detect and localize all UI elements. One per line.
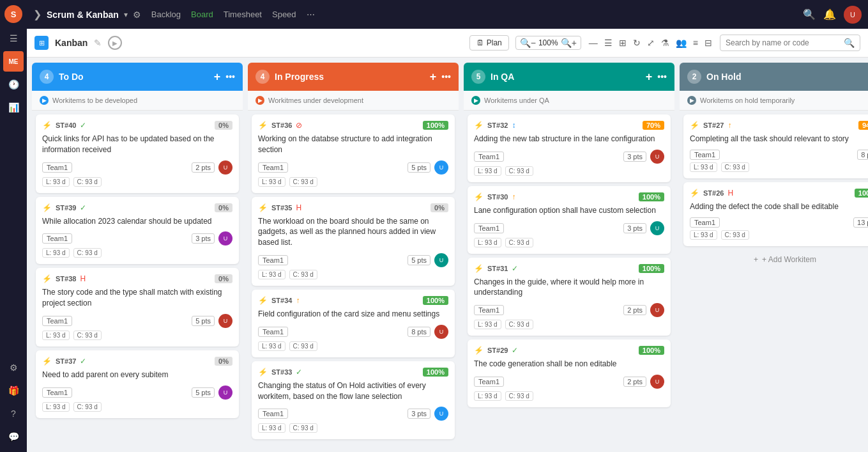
card-id: ST#38 [56, 275, 76, 283]
table-row[interactable]: ⚡ ST#27 ↑ 94% Completing all the task sh… [683, 114, 868, 178]
table-row[interactable]: ⚡ ST#37 ✓ 0% Need to add parent on every… [36, 350, 239, 418]
table-row[interactable]: ⚡ ST#33 ✓ 100% Changing the status of On… [252, 361, 455, 440]
card-team[interactable]: Team1 [474, 223, 504, 233]
tb-group-icon[interactable]: 👥 [674, 36, 688, 49]
left-sidebar: S ☰ ME 🕐 📊 ⚙ 🎁 ? 💬 [0, 0, 27, 452]
play-btn[interactable]: ▶ [108, 36, 122, 50]
user-avatar[interactable]: U [844, 6, 862, 24]
zoom-in-btn[interactable]: 🔍+ [561, 38, 577, 48]
card-team[interactable]: Team1 [258, 409, 288, 419]
card-team[interactable]: Team1 [474, 152, 504, 162]
search-icon[interactable]: 🔍 [803, 8, 816, 20]
tb-grid-icon[interactable]: ⊞ [618, 36, 628, 49]
card-team[interactable]: Team1 [42, 316, 72, 326]
search-input[interactable] [726, 38, 840, 47]
inprogress-actions: + ••• [430, 70, 451, 84]
card-footer: Team1 2 pts U [474, 375, 664, 389]
card-avatar: U [434, 253, 448, 267]
todo-more-btn[interactable]: ••• [225, 72, 235, 82]
inqa-more-btn[interactable]: ••• [657, 72, 667, 82]
table-row[interactable]: ⚡ ST#35 H 0% The workload on the board s… [252, 197, 455, 286]
card-header: ⚡ ST#32 ↕ 70% [474, 121, 664, 130]
tb-minus-icon[interactable]: — [588, 36, 599, 49]
card-pts: 5 pts [192, 387, 215, 398]
card-date-l: L: 93 d [258, 423, 286, 433]
tb-expand-icon[interactable]: ⤢ [646, 36, 656, 49]
tb-list-icon[interactable]: ☰ [603, 36, 614, 49]
card-team[interactable]: Team1 [690, 150, 720, 160]
plan-icon: 🗓 [476, 38, 484, 47]
nav-board[interactable]: Board [191, 10, 213, 19]
add-workitem-btn[interactable]: + + Add Workitem [683, 250, 868, 269]
nav-more-btn[interactable]: ⋯ [307, 10, 315, 19]
card-pct: 0% [215, 274, 232, 283]
search-btn-icon[interactable]: 🔍 [844, 38, 855, 48]
card-footer: Team1 2 pts U [474, 303, 664, 317]
search-box[interactable]: 🔍 [720, 35, 860, 51]
nav-backlog[interactable]: Backlog [151, 10, 181, 19]
card-title: Adding the defect the code shall be edit… [690, 201, 868, 212]
card-date-l: L: 93 d [690, 230, 717, 240]
card-team[interactable]: Team1 [42, 233, 72, 244]
card-date-c: C: 93 d [505, 391, 533, 401]
inprogress-add-btn[interactable]: + [430, 70, 437, 84]
sidebar-settings[interactable]: ⚙ [3, 357, 24, 378]
card-title: The code generation shall be non editabl… [474, 359, 664, 370]
table-row[interactable]: ⚡ ST#38 H 0% The story code and the type… [36, 268, 239, 347]
table-row[interactable]: ⚡ ST#29 ✓ 100% The code generation shall… [468, 339, 671, 407]
inqa-add-btn[interactable]: + [646, 70, 653, 84]
table-row[interactable]: ⚡ ST#40 ✓ 0% Quick links for API has to … [36, 114, 239, 193]
card-team[interactable]: Team1 [258, 255, 288, 265]
table-row[interactable]: ⚡ ST#30 ↑ 100% Lane configuration option… [468, 186, 671, 254]
nav-dropdown-arrow[interactable]: ▾ [124, 10, 128, 19]
card-team[interactable]: Team1 [690, 217, 720, 228]
sidebar-menu-btn[interactable]: ☰ [3, 28, 24, 49]
card-footer: Team1 3 pts U [258, 407, 448, 421]
card-flag-icon: ✓ [512, 346, 518, 355]
nav-expand-btn[interactable]: ❯ [33, 8, 42, 20]
sidebar-chat[interactable]: 💬 [3, 426, 24, 447]
kanban-view-icon[interactable]: ⊞ [34, 36, 49, 50]
table-row[interactable]: ⚡ ST#36 ⊘ 100% Working on the databse st… [252, 114, 455, 193]
card-flag-icon: ✓ [80, 203, 86, 212]
nav-speed[interactable]: Speed [272, 10, 296, 19]
tb-lines-icon[interactable]: ≡ [692, 36, 699, 49]
inprogress-more-btn[interactable]: ••• [441, 72, 451, 82]
table-row[interactable]: ⚡ ST#34 ↑ 100% Field configuration of th… [252, 290, 455, 357]
sidebar-clock[interactable]: 🕐 [3, 74, 24, 95]
card-date-l: L: 93 d [258, 270, 286, 279]
card-team[interactable]: Team1 [258, 162, 288, 173]
table-row[interactable]: ⚡ ST#32 ↕ 70% Adding the new tab structu… [468, 114, 671, 182]
bell-icon[interactable]: 🔔 [823, 8, 836, 20]
tb-columns-icon[interactable]: ⊟ [703, 36, 713, 49]
todo-add-btn[interactable]: + [214, 70, 221, 84]
card-team[interactable]: Team1 [474, 305, 504, 315]
card-pts: 8 pts [407, 327, 430, 337]
nav-gear-icon[interactable]: ⚙ [133, 10, 141, 20]
table-row[interactable]: ⚡ ST#26 H 100% Adding the defect the cod… [683, 182, 868, 246]
tb-filter-icon[interactable]: ⚗ [660, 36, 671, 49]
card-date-l: L: 93 d [42, 331, 70, 340]
card-type-icon: ⚡ [690, 121, 699, 130]
inprogress-desc-icon: ▶ [255, 96, 264, 105]
col-header-todo: 4 To Do + ••• [32, 63, 243, 91]
zoom-out-btn[interactable]: 🔍− [520, 38, 536, 48]
plan-button[interactable]: 🗓 Plan [469, 35, 509, 51]
card-header: ⚡ ST#30 ↑ 100% [474, 192, 664, 201]
tb-refresh-icon[interactable]: ↻ [632, 36, 642, 49]
card-flag-icon: ↕ [512, 121, 515, 130]
sidebar-chart[interactable]: 📊 [3, 97, 24, 118]
card-team[interactable]: Team1 [474, 377, 504, 387]
card-team[interactable]: Team1 [258, 327, 288, 337]
edit-title-icon[interactable]: ✎ [94, 38, 102, 48]
sidebar-me[interactable]: ME [3, 51, 24, 72]
inqa-count: 5 [471, 70, 485, 84]
sidebar-gift[interactable]: 🎁 [3, 380, 24, 401]
sidebar-help[interactable]: ? [3, 403, 24, 424]
card-pts: 2 pts [623, 377, 646, 387]
table-row[interactable]: ⚡ ST#31 ✓ 100% Changes in the guide, whe… [468, 258, 671, 336]
nav-timesheet[interactable]: Timesheet [224, 10, 262, 19]
card-team[interactable]: Team1 [42, 162, 72, 173]
card-team[interactable]: Team1 [42, 387, 72, 398]
table-row[interactable]: ⚡ ST#39 ✓ 0% While allocation 2023 calen… [36, 197, 239, 265]
